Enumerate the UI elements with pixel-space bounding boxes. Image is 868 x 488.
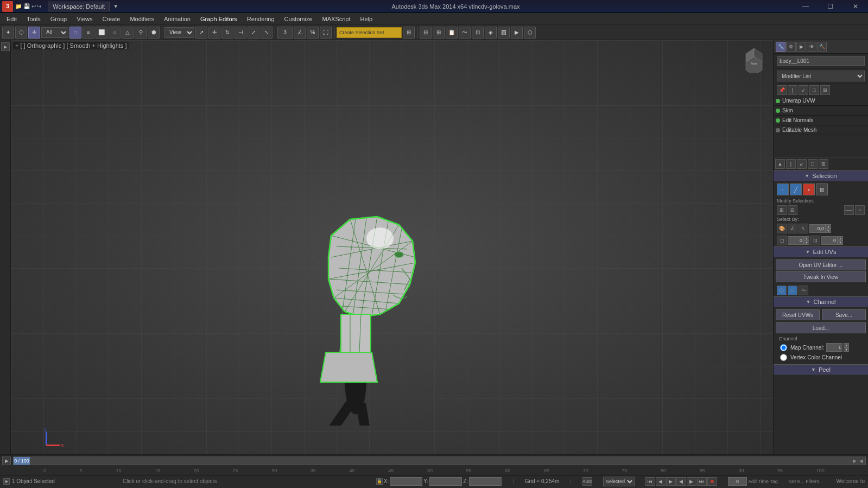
- render-btn[interactable]: ▶: [511, 27, 523, 39]
- utilities-icon[interactable]: 🔨: [817, 42, 827, 52]
- maximize-button[interactable]: ☐: [818, 0, 843, 13]
- auto-button[interactable]: Auto: [582, 477, 592, 486]
- modifier-editable-mesh[interactable]: Editable Mesh: [774, 125, 868, 135]
- select-sm-icon[interactable]: ⊡: [810, 236, 820, 245]
- select-object-btn[interactable]: □: [69, 27, 81, 39]
- select-region-btn[interactable]: ⬡: [15, 27, 27, 39]
- menu-rendering[interactable]: Rendering: [243, 15, 279, 23]
- reset-uvws-button[interactable]: Reset UVWs: [776, 309, 820, 320]
- spin-up-2[interactable]: ▲: [804, 236, 809, 240]
- current-frame-indicator[interactable]: 0 / 100: [14, 457, 30, 465]
- display-icon[interactable]: 👁: [807, 42, 816, 52]
- workspace-button[interactable]: Workspace: Default: [48, 2, 110, 11]
- go-to-end-btn[interactable]: ⏭: [697, 477, 707, 486]
- timeline-prev-btn[interactable]: ◀: [859, 458, 863, 464]
- menu-modifiers[interactable]: Modifiers: [125, 15, 159, 23]
- select-by-angle-icon[interactable]: ∠: [788, 224, 797, 233]
- menu-maxscript[interactable]: MAXScript: [318, 15, 355, 23]
- layer-btn[interactable]: 📋: [446, 27, 458, 39]
- hierarchy-icon[interactable]: ⚙: [786, 42, 796, 52]
- select-by-color-icon[interactable]: 🎨: [777, 224, 787, 233]
- current-frame-input[interactable]: [728, 477, 747, 486]
- map-ch-spin-up[interactable]: ▲: [844, 343, 849, 347]
- minimize-button[interactable]: —: [793, 0, 818, 13]
- spin-down-2[interactable]: ▼: [804, 240, 809, 245]
- mirror-tool-btn[interactable]: ⊟: [420, 27, 432, 39]
- object-name-input[interactable]: [777, 56, 865, 66]
- activeshade-btn[interactable]: ⬡: [524, 27, 536, 39]
- spin-down[interactable]: ▼: [826, 229, 831, 233]
- map-channel-value-input[interactable]: [826, 343, 842, 352]
- pin-stack-icon[interactable]: 📌: [777, 85, 787, 95]
- z-coord-input[interactable]: [469, 477, 502, 486]
- workspace-dropdown-arrow[interactable]: ▼: [113, 3, 118, 9]
- next-frame-btn[interactable]: ▶: [687, 477, 696, 486]
- make-unique-icon[interactable]: ↙: [799, 85, 808, 95]
- ring-sel-icon[interactable]: ╌: [855, 205, 865, 215]
- menu-views[interactable]: Views: [72, 15, 97, 23]
- configure-modifiers-icon[interactable]: ⊞: [820, 85, 830, 95]
- play-reverse-btn[interactable]: ◀: [676, 477, 686, 486]
- viewport[interactable]: + [ ] Orthographic ] [ Smooth + Highligh…: [11, 40, 773, 454]
- named-selection-btn[interactable]: ⊞: [403, 27, 415, 39]
- prev-frame-btn[interactable]: ◀: [656, 477, 666, 486]
- face-select-icon[interactable]: ▪: [803, 183, 815, 195]
- uv-icon-3[interactable]: 〜: [799, 286, 808, 295]
- spin-up-3[interactable]: ▲: [838, 236, 843, 240]
- select-by-name-btn[interactable]: ≡: [83, 27, 94, 39]
- icon-btn-2[interactable]: |: [786, 159, 796, 169]
- selection-section-header[interactable]: ▼ Selection: [774, 170, 868, 181]
- select-move-btn[interactable]: ✛: [208, 27, 220, 39]
- grow-sel-icon[interactable]: ⊞: [777, 205, 787, 215]
- peel-section-header[interactable]: ▼ Peel: [774, 364, 868, 375]
- sm-input[interactable]: [821, 236, 838, 245]
- modifier-skin[interactable]: Skin: [774, 106, 868, 116]
- select-angle-input[interactable]: [809, 224, 826, 233]
- motion-icon[interactable]: ▶: [796, 42, 806, 52]
- play-btn[interactable]: ▶: [666, 477, 676, 486]
- squash-btn[interactable]: ⤡: [261, 27, 273, 39]
- timeline-next-btn[interactable]: ▶: [853, 458, 857, 464]
- snap-spinner-btn[interactable]: ⛶: [320, 27, 332, 39]
- spin-down-3[interactable]: ▼: [838, 240, 843, 245]
- move-tool-btn[interactable]: ✛: [28, 27, 40, 39]
- circle-select-btn[interactable]: ○: [109, 27, 121, 39]
- x-coord-input[interactable]: [390, 477, 422, 486]
- modify-panel-icon[interactable]: 🔧: [776, 42, 785, 52]
- spin-up[interactable]: ▲: [826, 224, 831, 229]
- uv-icon-2[interactable]: □: [788, 286, 797, 295]
- record-btn[interactable]: ⏺: [707, 477, 717, 486]
- modifier-unwrap-uvw[interactable]: Unwrap UVW: [774, 96, 868, 106]
- edit-uvs-section-header[interactable]: ▼ Edit UVs: [774, 246, 868, 257]
- lock-icon[interactable]: 🔒: [376, 478, 383, 485]
- edge-select-icon[interactable]: ╱: [790, 183, 802, 195]
- icon-btn-4[interactable]: □: [808, 159, 818, 169]
- icon-btn-1[interactable]: ▲: [775, 159, 785, 169]
- selection-filter-dropdown[interactable]: All: [41, 27, 68, 38]
- go-to-start-btn[interactable]: ⏮: [645, 477, 655, 486]
- render-setup-btn[interactable]: 🖼: [498, 27, 510, 39]
- transform-btn[interactable]: ↗: [195, 27, 207, 39]
- y-coord-input[interactable]: [429, 477, 462, 486]
- menu-customize[interactable]: Customize: [280, 15, 317, 23]
- mirror-btn[interactable]: ⊣: [235, 27, 246, 39]
- viewport-select-dropdown[interactable]: View: [164, 27, 194, 38]
- uv-icon-1[interactable]: ⬡: [777, 286, 787, 295]
- selection-dropdown[interactable]: Selected: [603, 477, 635, 486]
- close-button[interactable]: ✕: [843, 0, 868, 13]
- select-planar-icon[interactable]: ◻: [777, 236, 787, 245]
- select-rotate-btn[interactable]: ↻: [221, 27, 233, 39]
- menu-graph-editors[interactable]: Graph Editors: [196, 15, 242, 23]
- curve-editor-btn[interactable]: 〜: [459, 27, 471, 39]
- channel-section-header[interactable]: ▼ Channel: [774, 296, 868, 307]
- modifier-edit-normals[interactable]: Edit Normals: [774, 116, 868, 125]
- align-btn[interactable]: ⊞: [433, 27, 445, 39]
- select-cursor-icon[interactable]: ↖: [799, 224, 808, 233]
- tweak-in-view-button[interactable]: Tweak In View: [776, 271, 866, 282]
- lasso-select-btn[interactable]: ⚲: [135, 27, 147, 39]
- save-channel-button[interactable]: Save...: [822, 309, 866, 320]
- shrink-sel-icon[interactable]: ⊟: [788, 205, 797, 215]
- paint-select-btn[interactable]: ⬟: [148, 27, 160, 39]
- menu-edit[interactable]: Edit: [2, 15, 21, 23]
- ls-btn-1[interactable]: ▶: [1, 42, 10, 51]
